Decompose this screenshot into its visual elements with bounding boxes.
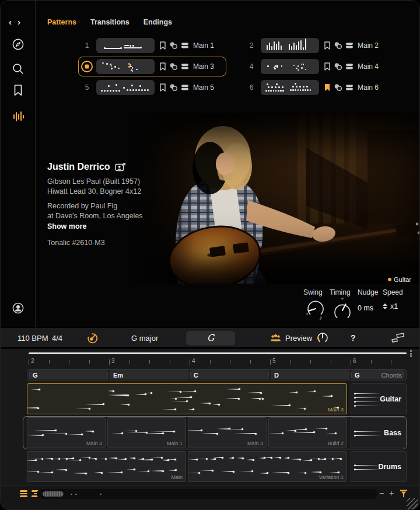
- bookmark-icon[interactable]: [324, 62, 331, 71]
- pattern-row-icons: [324, 83, 354, 92]
- region-guitar-main-3[interactable]: Main 3: [27, 383, 347, 414]
- mini-scrollbar[interactable]: [37, 489, 377, 499]
- pattern-row-main-5[interactable]: 5Main 5: [78, 78, 226, 97]
- bookmark-icon[interactable]: [159, 62, 166, 71]
- pattern-row-icons: [324, 62, 354, 71]
- chord-block-c[interactable]: C: [190, 371, 269, 379]
- chord-lane: GEmCDGChords: [27, 369, 407, 380]
- stack-icon[interactable]: [345, 84, 354, 91]
- sample-id: Tonalic #2610-M3: [47, 239, 143, 247]
- show-more-link[interactable]: Show more: [47, 222, 143, 230]
- track-header-drums[interactable]: Drums: [351, 451, 407, 482]
- swing-knob[interactable]: ♪: [304, 298, 327, 321]
- pattern-row-main-6[interactable]: 6Main 6: [243, 78, 391, 97]
- nudge-label: Nudge: [358, 288, 378, 296]
- similar-icon[interactable]: [334, 83, 342, 92]
- stack-icon[interactable]: [181, 63, 189, 70]
- track-row-drums[interactable]: MainVariation 1Drums: [23, 450, 407, 483]
- bookmark-icon[interactable]: [324, 41, 331, 50]
- chord-block-g[interactable]: G: [29, 371, 108, 379]
- similar-icon[interactable]: [334, 41, 342, 50]
- pattern-row-main-4[interactable]: 4Main 4: [243, 57, 391, 76]
- stack-icon[interactable]: [345, 63, 354, 70]
- bpm-display[interactable]: 110 BPM: [18, 334, 48, 343]
- pattern-thumbnail[interactable]: [261, 80, 319, 95]
- pattern-number: 6: [246, 83, 257, 92]
- timing-knob[interactable]: [331, 298, 354, 321]
- mini-scroll-thumb[interactable]: [43, 491, 64, 497]
- time-signature[interactable]: 4/4: [52, 334, 62, 343]
- stepper-arrows-icon[interactable]: [383, 303, 387, 309]
- pattern-thumbnail[interactable]: [96, 38, 155, 53]
- region-drums-variation-1[interactable]: Variation 1: [188, 451, 347, 482]
- region-bass-main-3[interactable]: Main 3: [27, 417, 106, 448]
- pattern-thumbnail[interactable]: [96, 80, 155, 95]
- search-icon[interactable]: [12, 62, 24, 78]
- region-bass-main-1[interactable]: Main 1: [107, 417, 186, 448]
- tab-transitions[interactable]: Transitions: [90, 18, 130, 26]
- pattern-label: Main 6: [358, 83, 379, 92]
- bookmark-filled-icon[interactable]: [324, 83, 331, 92]
- region-bass-main-3[interactable]: Main 3: [188, 417, 267, 448]
- levels-icon[interactable]: [12, 110, 24, 125]
- tab-endings[interactable]: Endings: [144, 18, 172, 26]
- region-label: Main: [171, 474, 183, 480]
- pattern-row-main-3[interactable]: Main 3: [78, 57, 226, 76]
- stop-button[interactable]: [81, 61, 93, 72]
- scrollbar-handle-icon[interactable]: [410, 350, 412, 358]
- pattern-thumbnail[interactable]: [261, 38, 319, 53]
- gear-line-2: Hiwatt Lead 30, Bogner 4x12: [47, 187, 143, 197]
- pattern-thumbnail[interactable]: [96, 59, 155, 74]
- artist-icon[interactable]: [12, 302, 24, 317]
- key-display[interactable]: G major: [131, 334, 158, 343]
- routing-icon[interactable]: [390, 332, 405, 347]
- bookmark-icon[interactable]: [159, 41, 166, 50]
- recorded-line-1: Recorded by Paul Fig: [47, 201, 143, 211]
- similar-icon[interactable]: [169, 83, 178, 92]
- list-icon[interactable]: [20, 490, 27, 497]
- chords-lane-label: Chords: [382, 372, 402, 379]
- preview-button[interactable]: Preview: [270, 331, 329, 344]
- compass-icon[interactable]: [12, 38, 24, 53]
- zoom-in-button[interactable]: +: [389, 488, 394, 498]
- similar-icon[interactable]: [169, 62, 178, 71]
- tab-patterns[interactable]: Patterns: [47, 18, 76, 26]
- similar-icon[interactable]: [169, 41, 178, 50]
- chord-block-em[interactable]: Em: [110, 371, 188, 379]
- speed-stepper[interactable]: x1: [383, 302, 398, 310]
- track-header-bass[interactable]: Bass: [351, 417, 407, 448]
- bookmark-icon[interactable]: [159, 83, 166, 92]
- pattern-label: Main 2: [358, 41, 379, 50]
- track-name: Drums: [378, 463, 401, 471]
- help-button[interactable]: ?: [351, 333, 356, 343]
- stack-icon[interactable]: [181, 42, 189, 49]
- gauge-icon[interactable]: [316, 331, 329, 344]
- pattern-row-main-2[interactable]: 2Main 2: [243, 36, 391, 55]
- pattern-row-icons: [324, 41, 354, 50]
- forward-icon[interactable]: ›: [18, 17, 20, 27]
- bookmark-icon[interactable]: [13, 84, 23, 99]
- track-row-bass[interactable]: Main 3Main 1Main 3Build 2Bass: [23, 417, 407, 449]
- chord-block-d[interactable]: D: [271, 371, 349, 379]
- pattern-row-main-1[interactable]: 1Main 1: [78, 36, 226, 55]
- metronome-icon[interactable]: [87, 333, 98, 346]
- fit-icon[interactable]: [400, 490, 408, 498]
- pattern-thumbnail[interactable]: [261, 59, 319, 74]
- region-drums-main[interactable]: Main: [27, 451, 186, 482]
- bar-ruler[interactable]: 23456: [27, 357, 407, 368]
- stack-icon[interactable]: [345, 42, 354, 49]
- stack-icon[interactable]: [181, 84, 189, 91]
- region-bass-build-2[interactable]: Build 2: [268, 417, 347, 448]
- horizontal-scrollbar[interactable]: [29, 352, 407, 354]
- track-row-guitar[interactable]: Main 3Guitar: [23, 383, 407, 415]
- chord-button[interactable]: G: [186, 331, 235, 345]
- nudge-value[interactable]: 0 ms: [358, 304, 373, 312]
- similar-icon[interactable]: [334, 62, 342, 71]
- resize-grip[interactable]: [407, 498, 418, 509]
- zoom-out-button[interactable]: −: [379, 488, 384, 498]
- region-label: Main 3: [86, 441, 102, 446]
- video-profile-icon[interactable]: [115, 163, 126, 172]
- back-icon[interactable]: ‹: [9, 17, 12, 27]
- track-header-guitar[interactable]: Guitar: [351, 383, 407, 414]
- people-icon: [270, 334, 281, 343]
